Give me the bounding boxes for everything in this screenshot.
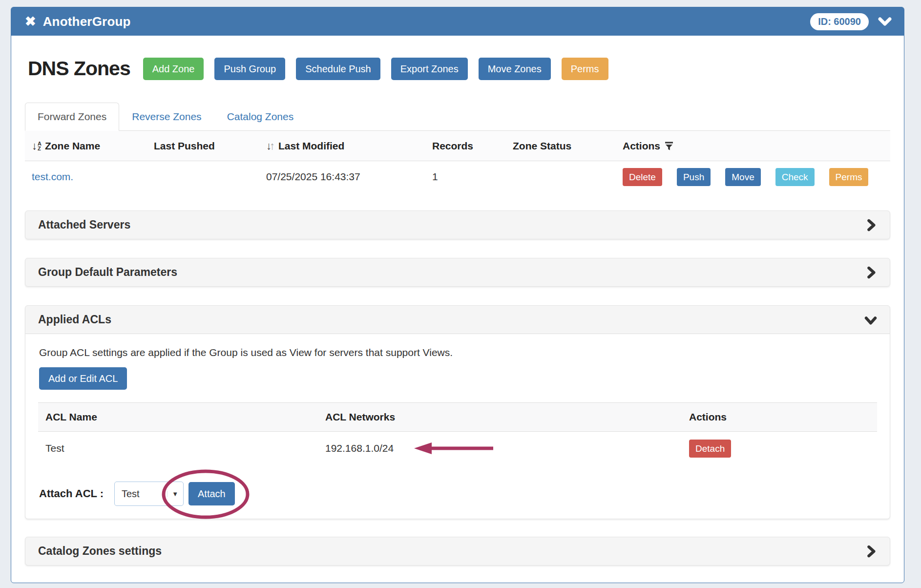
panel-catalog-zones-settings-header[interactable]: Catalog Zones settings [25, 537, 890, 565]
zone-row: test.com. 07/25/2025 16:43:37 1 Delete P… [25, 161, 890, 192]
move-zones-button[interactable]: Move Zones [479, 58, 551, 80]
column-zone-name[interactable]: ↓AZ Zone Name [32, 140, 154, 152]
acl-select-value: Test [122, 488, 167, 500]
move-zone-button[interactable]: Move [725, 168, 760, 186]
window-title: AnotherGroup [43, 14, 131, 29]
panel-applied-acls-header[interactable]: Applied ACLs [25, 306, 890, 334]
panel-attached-servers: Attached Servers [25, 210, 890, 239]
attach-acl-row: Attach ACL : Test ▼ Attach [39, 482, 877, 506]
chevron-down-icon [864, 314, 877, 326]
detach-acl-button[interactable]: Detach [689, 440, 731, 458]
zone-last-modified: 07/25/2025 16:43:37 [266, 171, 432, 183]
perms-zone-button[interactable]: Perms [829, 168, 869, 186]
check-zone-button[interactable]: Check [775, 168, 815, 186]
chevron-right-icon [864, 545, 877, 558]
acl-description: Group ACL settings are applied if the Gr… [39, 347, 877, 358]
sort-updown-icon: ↓↑ [266, 141, 275, 151]
attach-acl-button[interactable]: Attach [188, 482, 235, 505]
add-zone-button[interactable]: Add Zone [143, 58, 204, 80]
page-title-row: DNS Zones Add Zone Push Group Schedule P… [25, 57, 890, 80]
acl-table-header: ACL Name ACL Networks Actions [38, 402, 877, 432]
sort-alpha-down-icon: ↓AZ [32, 141, 42, 151]
annotation-arrow [414, 441, 493, 455]
export-zones-button[interactable]: Export Zones [391, 58, 468, 80]
tab-reverse-zones[interactable]: Reverse Zones [119, 103, 214, 131]
id-badge: ID: 60090 [810, 13, 869, 30]
acl-networks: 192.168.1.0/24 [325, 442, 394, 454]
push-group-button[interactable]: Push Group [214, 58, 285, 80]
panel-group-default-parameters: Group Default Parameters [25, 258, 890, 287]
column-records: Records [432, 140, 513, 152]
acl-name: Test [45, 442, 325, 454]
column-acl-name: ACL Name [45, 411, 325, 423]
zone-name-link[interactable]: test.com. [32, 171, 73, 182]
chevron-right-icon [864, 266, 877, 279]
column-actions[interactable]: Actions [623, 140, 890, 152]
zone-records: 1 [432, 171, 513, 183]
select-caret-down-icon: ▼ [167, 491, 178, 497]
zone-tabs: Forward Zones Reverse Zones Catalog Zone… [25, 103, 890, 131]
zone-actions: Delete Push Move Check Perms [623, 168, 890, 186]
column-zone-status: Zone Status [513, 140, 623, 152]
perms-button[interactable]: Perms [562, 58, 608, 80]
attach-acl-label: Attach ACL : [39, 487, 104, 500]
page-title: DNS Zones [28, 57, 130, 80]
column-last-pushed: Last Pushed [154, 140, 266, 152]
tab-catalog-zones[interactable]: Catalog Zones [214, 103, 307, 131]
delete-zone-button[interactable]: Delete [623, 168, 662, 186]
add-or-edit-acl-button[interactable]: Add or Edit ACL [39, 367, 127, 390]
panel-applied-acls-body: Group ACL settings are applied if the Gr… [25, 334, 890, 519]
panel-group-default-parameters-header[interactable]: Group Default Parameters [25, 258, 890, 286]
acl-row: Test 192.168.1.0/24 Detach [38, 432, 877, 465]
zones-table-header: ↓AZ Zone Name Last Pushed ↓↑ Last Modifi… [25, 131, 890, 161]
column-acl-networks: ACL Networks [325, 411, 689, 423]
acl-select[interactable]: Test ▼ [114, 482, 184, 506]
chevron-right-icon [864, 219, 877, 231]
schedule-push-button[interactable]: Schedule Push [296, 58, 380, 80]
tab-forward-zones[interactable]: Forward Zones [25, 103, 119, 131]
group-window: ✖ AnotherGroup ID: 60090 DNS Zones Add Z… [11, 7, 904, 583]
acl-table: ACL Name ACL Networks Actions Test 192.1… [38, 402, 877, 465]
window-titlebar: ✖ AnotherGroup ID: 60090 [11, 7, 904, 36]
column-acl-actions: Actions [689, 411, 877, 423]
panel-attached-servers-header[interactable]: Attached Servers [25, 211, 890, 239]
collapse-window-chevron-down-icon[interactable] [878, 14, 892, 29]
panel-catalog-zones-settings: Catalog Zones settings [25, 537, 890, 566]
column-last-modified[interactable]: ↓↑ Last Modified [266, 140, 432, 152]
filter-icon[interactable] [664, 141, 674, 151]
push-zone-button[interactable]: Push [677, 168, 711, 186]
zones-table: ↓AZ Zone Name Last Pushed ↓↑ Last Modifi… [25, 131, 890, 192]
panel-applied-acls: Applied ACLs Group ACL settings are appl… [25, 305, 890, 519]
close-icon[interactable]: ✖ [25, 15, 36, 28]
